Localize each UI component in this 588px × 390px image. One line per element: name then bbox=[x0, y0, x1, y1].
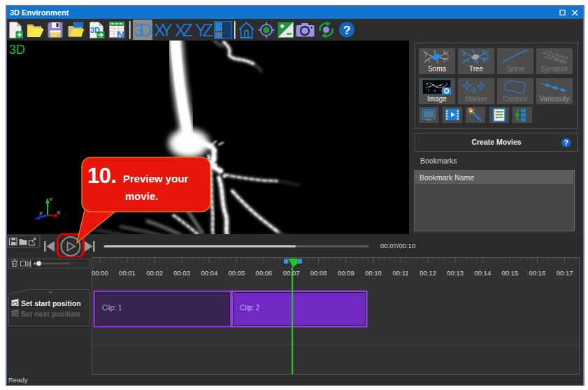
svg-text:Y: Y bbox=[49, 196, 53, 203]
svg-text:Z: Z bbox=[39, 210, 43, 217]
svg-text:N: N bbox=[117, 29, 124, 41]
svg-text:Clip: 1: Clip: 1 bbox=[102, 304, 122, 312]
svg-text:?: ? bbox=[564, 138, 568, 147]
svg-text:XY: XY bbox=[154, 20, 173, 40]
svg-text:YZ: YZ bbox=[195, 20, 213, 40]
svg-text:?: ? bbox=[343, 24, 350, 37]
svg-text:3D: 3D bbox=[134, 20, 152, 40]
svg-text:Set start position: Set start position bbox=[21, 299, 81, 308]
svg-text:X: X bbox=[57, 210, 61, 216]
svg-text:XZ: XZ bbox=[175, 20, 193, 40]
svg-text:Set next position: Set next position bbox=[21, 310, 80, 318]
svg-text:Clip: 2: Clip: 2 bbox=[240, 304, 260, 312]
